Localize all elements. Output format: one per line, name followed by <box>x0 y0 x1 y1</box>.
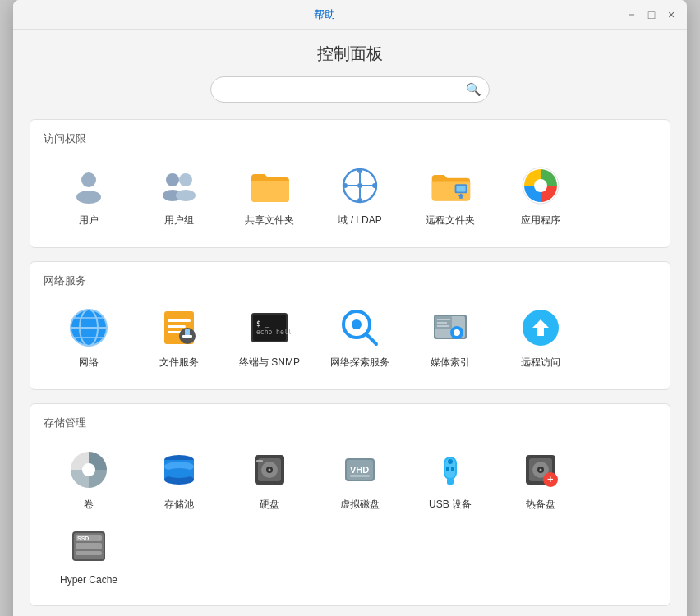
svg-rect-33 <box>185 329 190 336</box>
svg-point-73 <box>448 459 453 464</box>
svg-point-62 <box>269 469 271 471</box>
sidebar-item-shared-folder[interactable]: 共享文件夹 <box>224 158 315 234</box>
media-index-label: 媒体索引 <box>431 356 470 370</box>
network-discovery-icon <box>338 306 381 349</box>
hot-spare-icon: + <box>519 448 562 491</box>
disk-label: 硬盘 <box>260 498 279 512</box>
search-bar: 🔍 <box>30 76 670 103</box>
svg-rect-67 <box>350 475 370 477</box>
sidebar-item-hot-spare[interactable]: + 热备盘 <box>495 442 586 518</box>
svg-point-9 <box>357 198 362 203</box>
storage-pool-label: 存储池 <box>164 498 194 512</box>
sidebar-item-media-index[interactable]: 媒体索引 <box>405 300 495 376</box>
window-controls: － □ × <box>626 9 677 21</box>
sidebar-item-hyper-cache[interactable]: SSD Hyper Cache <box>44 518 134 592</box>
domain-ldap-icon <box>338 164 381 207</box>
svg-rect-72 <box>451 467 454 471</box>
search-input-wrap: 🔍 <box>210 76 490 103</box>
svg-rect-29 <box>168 319 191 322</box>
sidebar-item-remote-access[interactable]: 远程访问 <box>495 300 586 376</box>
svg-rect-30 <box>168 325 186 328</box>
svg-line-40 <box>366 333 376 344</box>
svg-point-7 <box>357 183 362 188</box>
network-discovery-label: 网络探索服务 <box>330 356 389 370</box>
virtual-disk-icon: VHD <box>338 448 381 491</box>
svg-rect-71 <box>446 467 449 471</box>
restore-button[interactable]: □ <box>646 9 657 21</box>
sidebar-item-network[interactable]: 网络 <box>44 300 134 376</box>
svg-rect-70 <box>447 478 454 485</box>
svg-text:VHD: VHD <box>350 465 369 475</box>
terminal-snmp-label: 终端与 SNMP <box>239 356 300 370</box>
minimize-button[interactable]: － <box>626 9 638 21</box>
usb-device-label: USB 设备 <box>429 498 472 512</box>
svg-point-5 <box>176 190 196 201</box>
application-icon <box>519 164 562 207</box>
svg-rect-19 <box>459 196 463 199</box>
sidebar-item-virtual-disk[interactable]: VHD 虚拟磁盘 <box>315 442 405 518</box>
help-link[interactable]: 帮助 <box>314 7 335 22</box>
svg-point-2 <box>166 173 179 186</box>
shared-folder-icon <box>248 164 291 207</box>
usergroup-label: 用户组 <box>164 214 194 228</box>
section-storage-title: 存储管理 <box>44 416 656 430</box>
hyper-cache-icon: SSD <box>67 525 110 568</box>
domain-ldap-label: 域 / LDAP <box>338 214 381 228</box>
svg-rect-36 <box>253 315 286 341</box>
svg-rect-87 <box>99 536 100 540</box>
sidebar-item-storage-pool[interactable]: 存储池 <box>134 442 224 518</box>
usergroup-icon <box>158 164 200 207</box>
sidebar-item-user[interactable]: 用户 <box>44 158 134 234</box>
svg-point-78 <box>540 469 542 471</box>
search-input[interactable] <box>210 76 490 103</box>
storage-pool-icon <box>158 448 200 491</box>
disk-icon <box>248 448 291 491</box>
terminal-snmp-icon: $ _ echo hello <box>248 306 291 349</box>
svg-text:SSD: SSD <box>77 536 89 541</box>
section-storage: 存储管理 卷 <box>30 403 670 606</box>
svg-point-21 <box>534 179 547 192</box>
storage-grid: 卷 存储池 <box>44 442 656 592</box>
user-icon <box>67 164 110 207</box>
sidebar-item-disk[interactable]: 硬盘 <box>224 442 315 518</box>
remote-folder-icon <box>429 164 472 207</box>
sidebar-item-remote-folder[interactable]: 远程文件夹 <box>405 158 495 234</box>
svg-point-0 <box>81 172 96 187</box>
section-access: 访问权限 用户 <box>30 119 670 248</box>
media-index-icon <box>429 306 472 349</box>
network-grid: 网络 文件服务 <box>44 300 656 376</box>
svg-rect-34 <box>182 335 192 338</box>
volume-icon <box>67 448 110 491</box>
hot-spare-label: 热备盘 <box>526 498 555 512</box>
section-network-title: 网络服务 <box>44 274 656 288</box>
svg-rect-84 <box>76 543 102 549</box>
svg-text:echo hello: echo hello <box>256 329 291 336</box>
sidebar-item-network-discovery[interactable]: 网络探索服务 <box>315 300 405 376</box>
sidebar-item-volume[interactable]: 卷 <box>44 442 134 518</box>
svg-point-1 <box>76 191 101 204</box>
remote-folder-label: 远程文件夹 <box>426 214 475 228</box>
svg-text:$ _: $ _ <box>256 319 270 328</box>
svg-point-10 <box>343 183 348 188</box>
file-service-label: 文件服务 <box>159 356 199 370</box>
sidebar-item-usergroup[interactable]: 用户组 <box>134 158 224 234</box>
sidebar-item-file-service[interactable]: 文件服务 <box>134 300 224 376</box>
shared-folder-label: 共享文件夹 <box>245 214 294 228</box>
usb-device-icon <box>429 448 472 491</box>
page-title: 控制面板 <box>30 43 670 65</box>
svg-point-41 <box>352 319 362 329</box>
sidebar-item-terminal-snmp[interactable]: $ _ echo hello 终端与 SNMP <box>224 300 315 376</box>
svg-point-8 <box>357 168 362 173</box>
network-icon <box>67 306 110 349</box>
svg-point-45 <box>454 329 460 336</box>
svg-point-57 <box>164 468 194 478</box>
sidebar-item-application[interactable]: 应用程序 <box>495 158 586 234</box>
file-service-icon <box>158 306 200 349</box>
sidebar-item-domain-ldap[interactable]: 域 / LDAP <box>315 158 405 234</box>
remote-access-icon <box>519 306 562 349</box>
sidebar-item-usb-device[interactable]: USB 设备 <box>405 442 495 518</box>
close-button[interactable]: × <box>665 9 677 21</box>
svg-point-11 <box>372 183 377 188</box>
svg-rect-17 <box>456 186 465 191</box>
remote-access-label: 远程访问 <box>521 356 560 370</box>
